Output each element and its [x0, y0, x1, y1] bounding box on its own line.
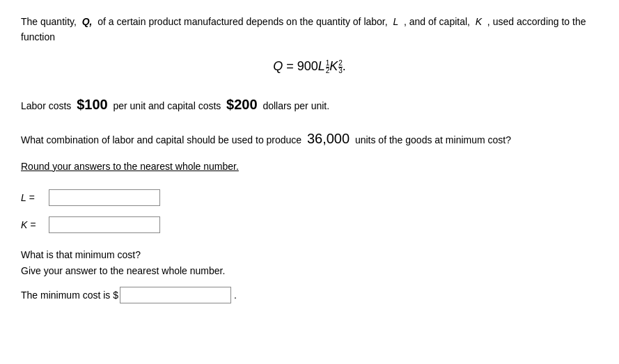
capital-cost-value: $200: [226, 97, 258, 112]
formula-display: Q = 900L12K23.: [273, 59, 346, 73]
min-cost-line1: What is that minimum cost?: [21, 247, 598, 264]
L-var: L: [393, 16, 398, 27]
intro-text-part1: The quantity,: [21, 16, 77, 27]
dollar-sign: $: [113, 290, 118, 301]
labor-label-mid: per unit and capital costs: [113, 100, 221, 111]
intro-text-part4: , used according to the: [487, 16, 586, 27]
intro-text-part3: , and of capital,: [404, 16, 470, 27]
labor-label-start: Labor costs: [21, 100, 71, 111]
intro-text-part2: of a certain product manufactured depend…: [97, 16, 387, 27]
round-note-text: Round your answers to the nearest whole …: [21, 161, 239, 172]
labor-label-end: dollars per unit.: [263, 100, 329, 111]
min-cost-line2: Give your answer to the nearest whole nu…: [21, 263, 598, 280]
min-cost-input[interactable]: [120, 287, 231, 303]
question-text-end: units of the goods at minimum cost?: [355, 134, 511, 145]
question-text-start: What combination of labor and capital sh…: [21, 134, 301, 145]
min-cost-period: .: [234, 290, 237, 301]
K-input[interactable]: [49, 216, 160, 233]
L-input[interactable]: [49, 189, 160, 206]
Q-var: Q,: [82, 16, 93, 27]
min-cost-prefix: The minimum cost is: [21, 290, 110, 301]
L-input-label: L =: [21, 192, 49, 203]
function-label: function: [21, 31, 55, 42]
K-var: K: [476, 16, 482, 27]
K-input-label: K =: [21, 219, 49, 230]
produce-quantity: 36,000: [307, 131, 350, 146]
labor-cost-value: $100: [77, 97, 108, 112]
